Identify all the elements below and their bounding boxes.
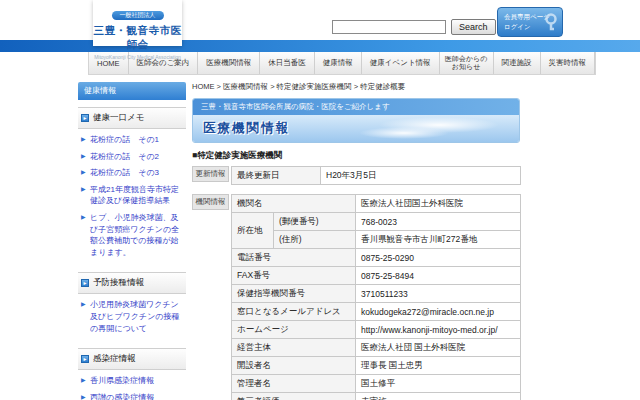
contact-email-label: 窓口となるメールアドレス xyxy=(232,303,356,321)
table-row: 窓口となるメールアドレス kokudogeka272@miracle.ocn.n… xyxy=(232,303,521,321)
section-icon: ▸ xyxy=(81,355,89,363)
third-party-eval-value: 未実施 xyxy=(356,393,521,400)
zip-value: 768-0023 xyxy=(356,213,521,231)
link-arrow-icon: ▶ xyxy=(81,392,87,400)
fax-label: FAX番号 xyxy=(232,267,356,285)
corp-type-badge: 一般社団法人 xyxy=(112,11,164,20)
table-row: FAX番号 0875-25-8494 xyxy=(232,267,521,285)
update-date-label: 最終更新日 xyxy=(232,167,321,185)
sidebar-link[interactable]: ▶ヒブ、小児肺炎球菌、及び子宮頸癌ワクチンの全額公費補助での接種が始まります。 xyxy=(81,212,185,258)
nav-item-related-facilities[interactable]: 関連施設 xyxy=(494,52,541,74)
phone-value: 0875-25-0290 xyxy=(356,249,521,267)
founder-name-value: 理事長 国土忠男 xyxy=(356,357,521,375)
sidebar-links: ▶小児用肺炎球菌ワクチン及びヒブワクチンの接種の再開について xyxy=(78,294,186,341)
sidebar-section-infection[interactable]: ▸ 感染症情報 xyxy=(78,348,186,370)
table-row: (住所) 香川県観音寺市古川町272番地 xyxy=(232,231,521,249)
contact-email-value: kokudogeka272@miracle.ocn.ne.jp xyxy=(356,303,521,321)
sidebar-link[interactable]: ▶花粉症の話 その1 xyxy=(81,134,185,146)
section-icon: ▸ xyxy=(81,279,89,287)
site-title: 三豊・観音寺市医師会 xyxy=(93,24,182,52)
nav-item-disaster-info[interactable]: 災害時情報 xyxy=(541,52,596,74)
site-logo[interactable]: 一般社団法人 三豊・観音寺市医師会 MitoyoKanonji City Med… xyxy=(93,0,182,46)
nav-item-medical-institutions[interactable]: 医療機関情報 xyxy=(198,52,260,74)
table-row: ホームページ http://www.kanonji-mitoyo-med.or.… xyxy=(232,321,521,339)
update-info-block: 更新情報 最終更新日 H20年3月5日 xyxy=(192,166,520,185)
page-banner: 三豊・観音寺市医師会所属の病院・医院をご紹介します 医療機関情報 xyxy=(192,98,520,143)
sidebar-link[interactable]: ▶平成21年度観音寺市特定健診及び保健指導結果 xyxy=(81,184,185,207)
founder-name-label: 開設者名 xyxy=(232,357,356,375)
table-row: 機関名 医療法人社団国土外科医院 xyxy=(232,195,521,213)
link-arrow-icon: ▶ xyxy=(81,375,87,387)
search-input[interactable] xyxy=(332,20,446,34)
org-info-tag: 機関情報 xyxy=(192,194,229,210)
manager-name-value: 国土修平 xyxy=(356,375,521,393)
update-info-tag: 更新情報 xyxy=(192,166,229,182)
management-entity-label: 経営主体 xyxy=(232,339,356,357)
table-row: 管理者名 国土修平 xyxy=(232,375,521,393)
sidebar-section-health-memo[interactable]: ▸ 健康一口メモ xyxy=(78,107,186,129)
sidebar-section-vaccination[interactable]: ▸ 予防接種情報 xyxy=(78,272,186,294)
nav-item-news[interactable]: 医師会からのお知らせ xyxy=(440,52,494,74)
homepage-label: ホームページ xyxy=(232,321,356,339)
guidance-org-number-value: 3710511233 xyxy=(356,285,521,303)
third-party-eval-label: 第三者評価 xyxy=(232,393,356,400)
org-name-value: 医療法人社団国土外科医院 xyxy=(356,195,521,213)
search-button[interactable]: Search xyxy=(451,19,496,35)
nav-item-health-events[interactable]: 健康イベント情報 xyxy=(362,52,440,74)
banner-tagline: 三豊・観音寺市医師会所属の病院・医院をご紹介します xyxy=(193,99,519,115)
street-address-label: (住所) xyxy=(274,231,356,249)
zip-label: (郵便番号) xyxy=(274,213,356,231)
section-title: 健康一口メモ xyxy=(93,112,144,124)
section-heading: ■特定健診実施医療機関 xyxy=(192,150,520,162)
link-arrow-icon: ▶ xyxy=(81,299,87,334)
sidebar-links: ▶花粉症の話 その1 ▶花粉症の話 その2 ▶花粉症の話 その3 ▶平成21年度… xyxy=(78,129,186,265)
phone-label: 電話番号 xyxy=(232,249,356,267)
org-info-table: 機関名 医療法人社団国土外科医院 所在地 (郵便番号) 768-0023 (住所… xyxy=(231,194,521,400)
update-info-table: 最終更新日 H20年3月5日 xyxy=(231,166,521,185)
key-icon xyxy=(543,13,559,33)
section-icon: ▸ xyxy=(81,114,89,122)
nav-item-health-info[interactable]: 健康情報 xyxy=(315,52,362,74)
org-name-label: 機関名 xyxy=(232,195,356,213)
link-arrow-icon: ▶ xyxy=(81,212,87,258)
section-title: 予防接種情報 xyxy=(93,277,144,289)
manager-name-label: 管理者名 xyxy=(232,375,356,393)
breadcrumb[interactable]: HOME > 医療機関情報 > 特定健診実施医療機関 > 特定健診概要 xyxy=(192,82,520,92)
table-row: 第三者評価 未実施 xyxy=(232,393,521,400)
table-row: 経営主体 医療法人社団 国土外科医院 xyxy=(232,339,521,357)
member-login-button[interactable]: 会員専用ページ ログイン xyxy=(497,7,563,37)
link-arrow-icon: ▶ xyxy=(81,184,87,207)
page-title: 医療機関情報 xyxy=(193,115,519,137)
site-subtitle: MitoyoKanonji City Medical Association xyxy=(93,54,182,60)
table-row: 保健指導機関番号 3710511233 xyxy=(232,285,521,303)
banner-sky: 医療機関情報 xyxy=(193,115,519,142)
guidance-org-number-label: 保健指導機関番号 xyxy=(232,285,356,303)
sidebar-link[interactable]: ▶西讃の感染症情報 xyxy=(81,392,185,400)
table-row: 電話番号 0875-25-0290 xyxy=(232,249,521,267)
link-arrow-icon: ▶ xyxy=(81,134,87,146)
sidebar-links: ▶香川県感染症情報 ▶西讃の感染症情報 xyxy=(78,370,186,400)
management-entity-value: 医療法人社団 国土外科医院 xyxy=(356,339,521,357)
section-title: 感染症情報 xyxy=(93,353,136,365)
sidebar-link[interactable]: ▶香川県感染症情報 xyxy=(81,375,185,387)
sidebar-link[interactable]: ▶花粉症の話 その2 xyxy=(81,151,185,163)
link-arrow-icon: ▶ xyxy=(81,151,87,163)
street-address-value: 香川県観音寺市古川町272番地 xyxy=(356,231,521,249)
health-sidebar: 健康情報 ▸ 健康一口メモ ▶花粉症の話 その1 ▶花粉症の話 その2 ▶花粉症… xyxy=(78,82,186,400)
nav-item-holiday-doctor[interactable]: 休日当番医 xyxy=(260,52,315,74)
address-label: 所在地 xyxy=(232,213,274,249)
sidebar-link[interactable]: ▶小児用肺炎球菌ワクチン及びヒブワクチンの接種の再開について xyxy=(81,299,185,334)
sidebar-title: 健康情報 xyxy=(78,82,186,100)
fax-value: 0875-25-8494 xyxy=(356,267,521,285)
link-arrow-icon: ▶ xyxy=(81,167,87,179)
homepage-value[interactable]: http://www.kanonji-mitoyo-med.or.jp/ xyxy=(356,321,521,339)
main-content: HOME > 医療機関情報 > 特定健診実施医療機関 > 特定健診概要 三豊・観… xyxy=(192,82,520,400)
table-row: 所在地 (郵便番号) 768-0023 xyxy=(232,213,521,231)
org-info-block: 機関情報 機関名 医療法人社団国土外科医院 所在地 (郵便番号) 768-002… xyxy=(192,194,520,400)
update-date-value: H20年3月5日 xyxy=(321,167,521,185)
table-row: 開設者名 理事長 国土忠男 xyxy=(232,357,521,375)
sidebar-link[interactable]: ▶花粉症の話 その3 xyxy=(81,167,185,179)
